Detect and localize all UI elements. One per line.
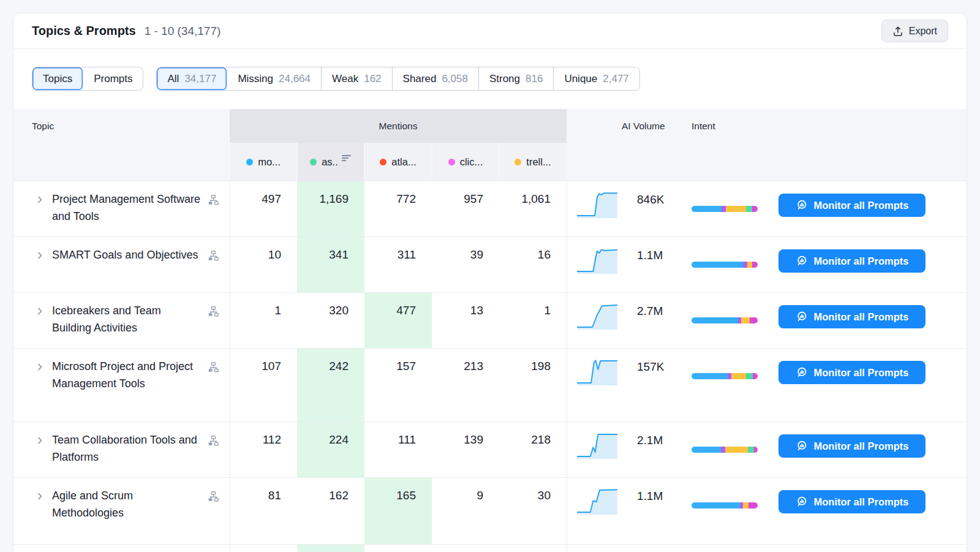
sort-descending-icon: [342, 153, 352, 164]
topic-name[interactable]: Icebreakers and Team Building Activities: [52, 302, 202, 336]
topic-name[interactable]: Team Collaboration Tools and Platforms: [52, 431, 202, 466]
max-cell-highlight: [297, 545, 364, 552]
column-header-topic: Topic: [32, 121, 54, 132]
intent-segment-green: [748, 447, 754, 453]
monitor-button-label: Monitor all Prompts: [814, 440, 909, 452]
mention-count-cell: 477: [364, 293, 432, 348]
intent-cell: [687, 349, 778, 422]
topic-name[interactable]: Project Management Software and Tools: [52, 191, 202, 225]
mentions-column-header-1[interactable]: mo...: [230, 143, 296, 181]
expand-chevron-icon[interactable]: [36, 363, 44, 374]
filter-label: Missing: [238, 73, 273, 85]
trend-sparkline: [577, 431, 617, 459]
column-divider: [230, 545, 230, 552]
trend-sparkline: [577, 190, 617, 218]
competitor-dot-icon: [310, 159, 317, 165]
table-row: SMART Goals and Objectives1034131139161.…: [13, 237, 967, 293]
trend-sparkline: [577, 357, 617, 385]
sitemap-icon[interactable]: [208, 250, 219, 264]
expand-chevron-icon[interactable]: [36, 436, 44, 447]
mention-count-cell: 213: [432, 349, 499, 422]
monitor-all-prompts-button[interactable]: Monitor all Prompts: [778, 434, 925, 458]
mentions-column-header-5[interactable]: trell...: [500, 143, 566, 181]
mention-count-cell: 112: [230, 422, 297, 477]
mention-count-cell: 341: [297, 237, 364, 292]
intent-segment-green: [746, 373, 753, 379]
intent-distribution-bar: [692, 206, 758, 212]
mention-count-cell: 1: [499, 293, 567, 348]
intent-segment-yellow: [731, 373, 746, 379]
expand-chevron-icon[interactable]: [36, 251, 44, 262]
monitor-all-prompts-button[interactable]: Monitor all Prompts: [778, 490, 925, 513]
monitor-all-prompts-button[interactable]: Monitor all Prompts: [778, 361, 925, 384]
mention-count-cell: 81: [230, 478, 297, 544]
ai-volume-value: 2.1M: [637, 434, 663, 447]
filter-shared[interactable]: Shared6,058: [393, 67, 479, 90]
topic-name[interactable]: Agile and Scrum Methodologies: [52, 487, 202, 521]
competitor-dot-icon: [514, 159, 521, 165]
sitemap-icon[interactable]: [208, 194, 219, 208]
topic-cell: Icebreakers and Team Building Activities: [13, 293, 230, 348]
sitemap-icon[interactable]: [208, 361, 219, 376]
monitor-icon: [796, 496, 808, 508]
monitor-all-prompts-button[interactable]: Monitor all Prompts: [778, 305, 925, 328]
mentions-column-header-2[interactable]: as..: [298, 143, 364, 181]
action-cell: Monitor all Prompts: [778, 181, 967, 236]
monitor-all-prompts-button[interactable]: Monitor all Prompts: [778, 194, 925, 217]
intent-segment-blue: [692, 317, 738, 323]
monitor-button-label: Monitor all Prompts: [814, 200, 909, 211]
intent-cell: [687, 181, 778, 236]
mentions-column-header-3[interactable]: atla...: [365, 143, 431, 181]
intent-segment-magenta: [748, 502, 758, 509]
column-header-intent: Intent: [692, 121, 715, 132]
filter-weak[interactable]: Weak162: [322, 67, 393, 90]
mention-count-cell: 39: [432, 237, 499, 292]
filter-missing[interactable]: Missing24,664: [227, 67, 322, 90]
view-toggle-topics[interactable]: Topics: [32, 67, 83, 90]
filter-count: 162: [364, 73, 381, 85]
monitor-icon: [796, 440, 808, 452]
table-row: Team Collaboration Tools and Platforms11…: [13, 422, 967, 478]
competitor-name: mo...: [258, 156, 281, 168]
sitemap-icon[interactable]: [208, 306, 219, 320]
filter-unique[interactable]: Unique2,477: [554, 67, 639, 90]
view-toggle-label: Topics: [43, 73, 72, 85]
intent-segment-magenta: [754, 447, 758, 453]
mention-count-cell: 157: [364, 349, 432, 422]
action-cell: Monitor all Prompts: [778, 293, 967, 348]
filter-count: 34,177: [184, 73, 216, 85]
column-header-ai-volume: AI Volume: [622, 121, 665, 132]
filter-bar: TopicsPrompts All34,177Missing24,664Weak…: [32, 67, 640, 91]
intent-cell: [687, 478, 778, 544]
filter-label: Weak: [332, 73, 358, 85]
sitemap-icon[interactable]: [208, 491, 219, 505]
sitemap-icon[interactable]: [208, 435, 219, 449]
filter-count: 816: [526, 73, 543, 85]
mention-count-cell: 1,061: [499, 181, 567, 236]
mention-count-cell: 242: [297, 349, 364, 422]
intent-segment-purple: [721, 447, 726, 453]
expand-chevron-icon[interactable]: [36, 492, 44, 503]
monitor-button-label: Monitor all Prompts: [814, 311, 909, 323]
view-toggle-prompts[interactable]: Prompts: [83, 67, 143, 90]
topic-name[interactable]: Microsoft Project and Project Management…: [52, 358, 202, 392]
intent-segment-magenta: [753, 373, 758, 379]
table-row: Icebreakers and Team Building Activities…: [13, 293, 967, 349]
table-row-partial: [13, 545, 967, 552]
mention-count-cell: 218: [499, 422, 567, 477]
ai-volume-cell: 157K: [567, 349, 687, 422]
expand-chevron-icon[interactable]: [36, 195, 44, 206]
filter-strong[interactable]: Strong816: [479, 67, 554, 90]
filter-all[interactable]: All34,177: [157, 67, 227, 90]
view-toggle-label: Prompts: [94, 73, 132, 85]
mentions-column-header-4[interactable]: clic...: [432, 143, 499, 181]
action-cell: Monitor all Prompts: [778, 349, 967, 422]
export-button[interactable]: Export: [881, 20, 948, 42]
filter-label: Unique: [564, 73, 597, 85]
filter-label: All: [167, 73, 179, 85]
expand-chevron-icon[interactable]: [36, 307, 44, 318]
monitor-all-prompts-button[interactable]: Monitor all Prompts: [778, 249, 925, 273]
ai-volume-cell: 1.1M: [567, 478, 687, 544]
topic-name[interactable]: SMART Goals and Objectives: [52, 246, 202, 263]
ai-volume-cell: 2.7M: [567, 293, 687, 348]
